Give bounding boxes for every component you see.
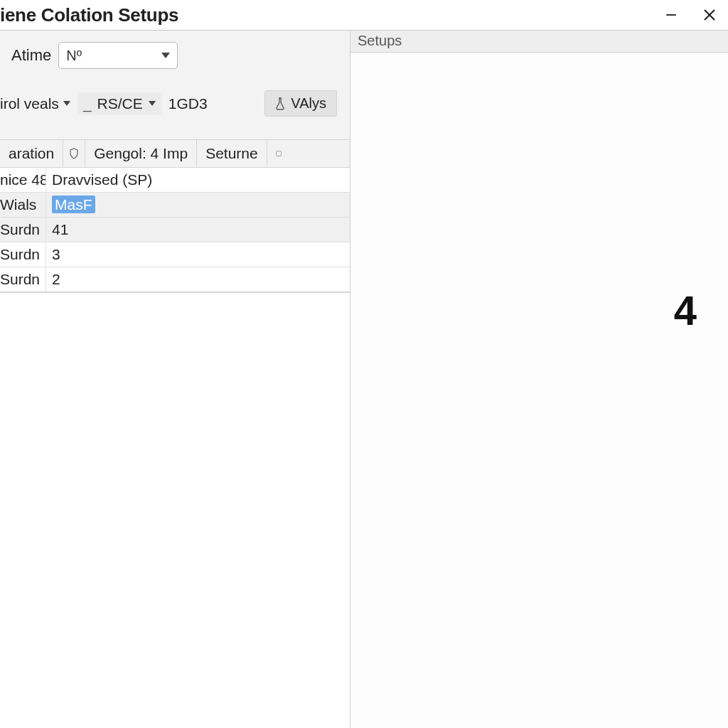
tab-gengol[interactable]: Gengol: 4 Imp xyxy=(85,140,197,167)
table-cell-c1: Surdn xyxy=(0,218,46,242)
irol-veals-label: irol veals xyxy=(0,95,59,112)
tab-overflow[interactable] xyxy=(267,140,287,167)
data-table: nice 48 Dravvised (SP) Wials MasF Surdn … xyxy=(0,168,350,293)
atime-dropdown-value: Nº xyxy=(66,48,82,64)
table-header-c2: Dravvised (SP) xyxy=(46,168,350,192)
tab-icon-cell[interactable] xyxy=(63,140,85,167)
atime-dropdown[interactable]: Nº xyxy=(58,42,178,69)
code-text: 1GD3 xyxy=(168,95,208,112)
irol-veals-dropdown[interactable]: irol veals xyxy=(0,95,70,112)
table-cell-c2: 2 xyxy=(46,267,350,291)
filter-row: irol veals _ RS/CE 1GD3 VAlys xyxy=(0,73,350,124)
table-cell-c1: Wials xyxy=(0,193,46,217)
table-row[interactable]: Wials MasF xyxy=(0,193,350,218)
close-icon xyxy=(704,9,715,21)
flask-icon xyxy=(275,97,285,110)
window-title: iene Colation Setups xyxy=(0,4,178,26)
valys-button[interactable]: VAlys xyxy=(264,90,337,117)
content-area: Atime Nº irol veals _ RS/CE 1GD3 VAly xyxy=(0,31,728,728)
minimize-icon xyxy=(666,14,676,16)
tab-row: aration Gengol: 4 Imp Seturne xyxy=(0,139,350,168)
table-header-c1: nice 48 xyxy=(0,168,46,192)
table-header-row: nice 48 Dravvised (SP) xyxy=(0,168,350,193)
table-cell-c1: Surdn xyxy=(0,242,46,267)
tab-seturne-label: Seturne xyxy=(205,145,258,162)
shield-icon xyxy=(69,148,79,159)
right-pane: Setups 4 xyxy=(350,31,728,728)
table-cell-c1: Surdn xyxy=(0,267,46,291)
window-controls xyxy=(661,5,724,25)
setups-count: 4 xyxy=(674,287,697,334)
table-row[interactable]: Surdn 41 xyxy=(0,218,350,242)
table-row[interactable]: Surdn 3 xyxy=(0,242,350,267)
table-cell-c2: MasF xyxy=(46,193,350,217)
valys-button-label: VAlys xyxy=(291,95,326,112)
table-cell-c2: 3 xyxy=(46,242,350,267)
rsce-dropdown[interactable]: _ RS/CE xyxy=(77,92,161,115)
tab-aration[interactable]: aration xyxy=(0,140,63,167)
chevron-down-icon xyxy=(63,101,70,106)
rsce-label: RS/CE xyxy=(97,95,143,112)
left-pane: Atime Nº irol veals _ RS/CE 1GD3 VAly xyxy=(0,31,350,728)
tab-aration-label: aration xyxy=(9,145,54,162)
highlighted-value: MasF xyxy=(52,196,95,213)
minimize-button[interactable] xyxy=(661,5,681,25)
table-row[interactable]: Surdn 2 xyxy=(0,267,350,292)
tab-seturne[interactable]: Seturne xyxy=(197,140,267,167)
titlebar: iene Colation Setups xyxy=(0,0,728,30)
atime-row: Atime Nº xyxy=(0,31,350,73)
chevron-down-icon xyxy=(149,101,156,106)
left-pane-empty-area xyxy=(0,293,350,728)
setups-panel-header: Setups xyxy=(350,31,728,53)
table-cell-c2: 41 xyxy=(46,218,350,242)
overflow-icon xyxy=(276,151,282,156)
tab-gengol-label: Gengol: 4 Imp xyxy=(94,145,188,162)
underscore-prefix: _ xyxy=(83,95,92,112)
chevron-down-icon xyxy=(161,53,170,58)
close-button[interactable] xyxy=(700,5,719,25)
atime-label: Atime xyxy=(11,46,51,65)
